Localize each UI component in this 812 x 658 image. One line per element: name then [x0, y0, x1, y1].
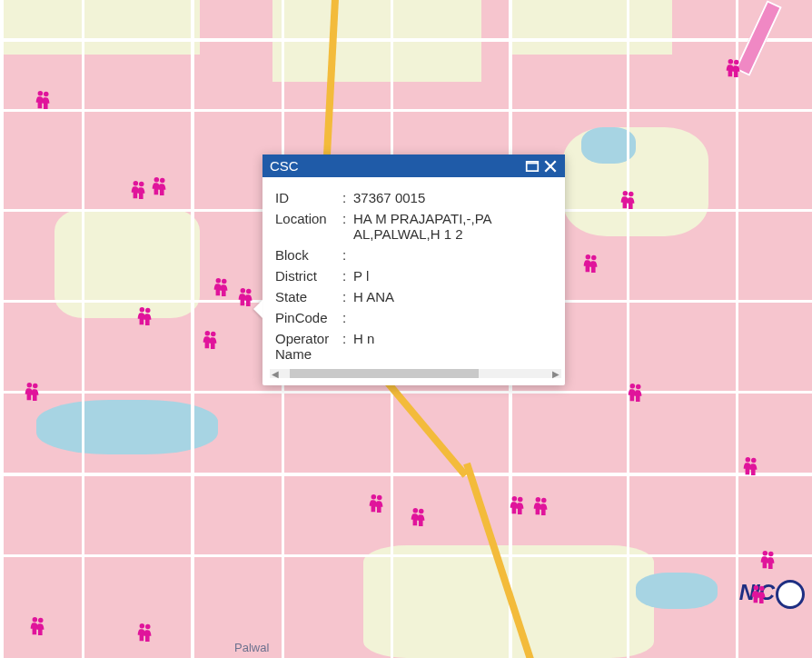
label-operator: Operator Name [275, 331, 342, 362]
value-id: 37367 0015 [353, 190, 556, 205]
row-state: State : H ANA [275, 289, 556, 304]
row-block: Block : [275, 247, 556, 263]
scroll-track[interactable] [281, 369, 550, 378]
csc-info-popup: CSC ID : 37367 0015 Location : HA M PRAJ… [262, 155, 565, 385]
popup-title: CSC [270, 158, 521, 174]
value-state: H ANA [353, 289, 556, 304]
maximize-icon[interactable] [525, 159, 540, 174]
nic-logo: NIC [739, 580, 805, 609]
row-district: District : P l [275, 268, 556, 284]
scroll-right-icon[interactable]: ▶ [550, 369, 561, 379]
label-pincode: PinCode [275, 310, 342, 325]
popup-horizontal-scrollbar[interactable]: ◀ ▶ [270, 369, 561, 378]
close-icon[interactable] [543, 159, 558, 174]
label-block: Block [275, 247, 342, 263]
label-district: District [275, 268, 342, 284]
scroll-left-icon[interactable]: ◀ [270, 369, 281, 379]
scroll-thumb[interactable] [290, 369, 479, 378]
popup-body: ID : 37367 0015 Location : HA M PRAJAPAT… [262, 177, 565, 385]
row-pincode: PinCode : [275, 310, 556, 325]
popup-pointer [253, 300, 262, 318]
label-location: Location [275, 211, 342, 226]
map-place-label: Palwal [234, 641, 269, 654]
value-district: P l [353, 268, 556, 284]
row-operator: Operator Name : H n [275, 331, 556, 362]
popup-header[interactable]: CSC [262, 155, 565, 177]
row-location: Location : HA M PRAJAPATI,-,PA AL,PALWAL… [275, 211, 556, 242]
row-id: ID : 37367 0015 [275, 190, 556, 205]
value-location: HA M PRAJAPATI,-,PA AL,PALWAL,H 1 2 [353, 211, 556, 242]
value-operator: H n [353, 331, 556, 346]
label-id: ID [275, 190, 342, 205]
label-state: State [275, 289, 342, 304]
